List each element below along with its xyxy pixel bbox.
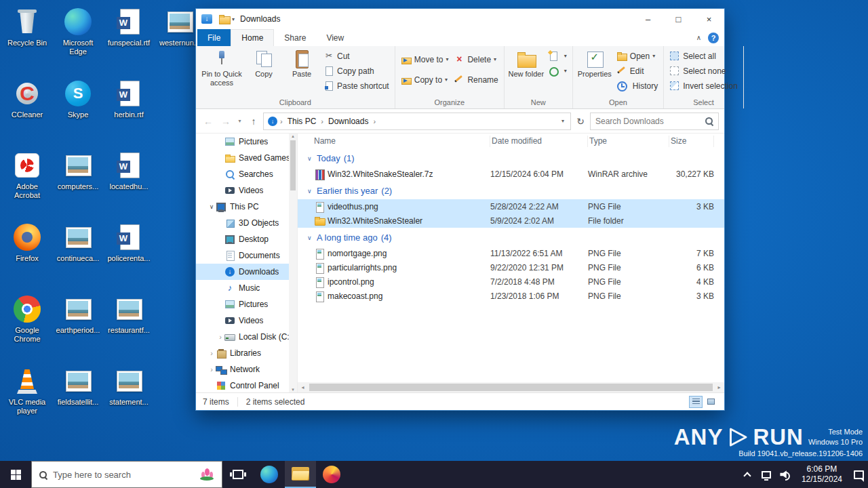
sidebar-item-3d-objects[interactable]: 3D Objects (196, 215, 289, 231)
sidebar-item-desktop[interactable]: Desktop (196, 231, 289, 247)
breadcrumb-separator[interactable]: › (373, 117, 376, 125)
refresh-button[interactable]: ↻ (572, 113, 589, 129)
nav-scrollbar[interactable]: ▴ ▾ (289, 134, 297, 392)
edit-button[interactable]: Edit (614, 64, 660, 78)
h-scroll-thumb[interactable] (309, 384, 713, 391)
title-bar[interactable]: ▾ Downloads – □ × (196, 9, 724, 29)
sidebar-item-pictures[interactable]: Pictures (196, 134, 289, 150)
file-row-particularrights-png[interactable]: particularrights.png9/22/2020 12:31 PMPN… (298, 260, 724, 274)
rename-button[interactable]: Rename (451, 73, 500, 87)
breadcrumb-downloads[interactable]: Downloads (326, 117, 370, 126)
desktop-icon-computers[interactable]: computers... (54, 150, 102, 191)
sidebar-item-pictures[interactable]: Pictures (196, 296, 289, 312)
copy-path-button[interactable]: Copy path (321, 64, 392, 78)
ribbon-collapse-icon[interactable]: ∧ (696, 34, 701, 41)
sidebar-item-searches[interactable]: Searches (196, 166, 289, 182)
horizontal-scrollbar[interactable]: ◂ ▸ (298, 382, 724, 392)
copy-button[interactable]: Copy (245, 47, 283, 98)
properties-button[interactable]: Properties (576, 47, 614, 98)
address-bar[interactable]: › This PC › Downloads › ▾ (263, 113, 571, 130)
sidebar-item-videos[interactable]: Videos (196, 312, 289, 329)
paste-shortcut-button[interactable]: Paste shortcut (321, 79, 392, 93)
thumbnails-view-button[interactable] (704, 396, 717, 408)
cut-button[interactable]: ✂Cut (321, 49, 392, 63)
group-header-earlier-this-year[interactable]: ∨Earlier this year(2) (298, 181, 724, 199)
desktop-icon-skype[interactable]: Skype (54, 79, 102, 119)
desktop-icon-recycle-bin[interactable]: Recycle Bin (3, 7, 52, 47)
sidebar-item-documents[interactable]: Documents (196, 247, 289, 264)
column-header-type[interactable]: Type (588, 136, 669, 147)
taskbar-search[interactable] (31, 461, 222, 488)
scroll-up-icon[interactable]: ▴ (292, 134, 294, 139)
tab-share[interactable]: Share (274, 29, 316, 46)
desktop-icon-continueca[interactable]: continueca... (54, 222, 102, 263)
group-header-today[interactable]: ∨Today(1) (298, 148, 724, 167)
qat-customize-arrow-icon[interactable]: ▾ (232, 16, 235, 22)
scroll-down-icon[interactable]: ▾ (292, 387, 294, 392)
minimize-button[interactable]: – (633, 9, 663, 29)
desktop-icon-fieldsatellit[interactable]: fieldsatellit... (54, 366, 102, 407)
sidebar-item-saved-games[interactable]: Saved Games (196, 150, 289, 166)
pin-to-quick-access-button[interactable]: Pin to Quick access (199, 47, 245, 98)
sidebar-item-libraries[interactable]: ›Libraries (196, 345, 289, 361)
task-view-button[interactable] (222, 461, 254, 488)
desktop-icon-vlc-media-player[interactable]: VLC media player (3, 366, 52, 415)
tab-home[interactable]: Home (231, 29, 274, 46)
invert-selection-button[interactable]: Invert selection (667, 79, 741, 93)
desktop-icon-ccleaner[interactable]: CCleaner (3, 79, 52, 119)
maximize-button[interactable]: □ (663, 9, 694, 29)
help-icon[interactable]: ? (708, 33, 719, 43)
back-button[interactable]: ← (200, 113, 216, 129)
select-none-button[interactable]: Select none (667, 64, 741, 78)
delete-button[interactable]: ×Delete▾ (451, 52, 500, 66)
desktop-icon-restaurantf[interactable]: restaurantf... (104, 294, 153, 335)
select-all-button[interactable]: Select all (667, 49, 741, 63)
scroll-right-icon[interactable]: ▸ (714, 384, 724, 390)
sidebar-item-music[interactable]: Music (196, 280, 289, 296)
close-button[interactable]: × (694, 9, 724, 29)
desktop-icon-google-chrome[interactable]: Google Chrome (3, 294, 52, 344)
breadcrumb-separator[interactable]: › (321, 117, 323, 125)
history-button[interactable]: History (614, 79, 660, 93)
action-center-button[interactable] (849, 461, 868, 488)
taskbar-app-button[interactable] (316, 461, 347, 488)
start-button[interactable] (0, 461, 31, 488)
file-row-ipcontrol-png[interactable]: ipcontrol.png7/2/2018 4:48 PMPNG File4 K… (298, 274, 724, 289)
desktop-icon-earthperiod[interactable]: earthperiod... (54, 294, 102, 335)
column-header-date-modified[interactable]: Date modified (490, 136, 588, 147)
nav-scroll-thumb[interactable] (290, 140, 296, 190)
volume-tray-button[interactable] (776, 461, 795, 488)
file-row-nomortgage-png[interactable]: nomortgage.png11/13/2022 6:51 AMPNG File… (298, 246, 724, 260)
taskbar-edge-button[interactable] (254, 461, 285, 488)
desktop-icon-funspecial-rtf[interactable]: funspecial.rtf (104, 7, 153, 47)
new-folder-button[interactable]: New folder (507, 47, 545, 98)
move-to-button[interactable]: Move to▾ (398, 52, 452, 66)
file-row-videothus-png[interactable]: videothus.png5/28/2024 2:22 AMPNG File3 … (298, 199, 724, 214)
sidebar-item-videos[interactable]: Videos (196, 182, 289, 199)
open-button[interactable]: Open▾ (614, 49, 660, 63)
taskbar-clock[interactable]: 6:06 PM 12/15/2024 (795, 464, 849, 485)
sidebar-item-local-disk-c[interactable]: ›Local Disk (C:) (196, 329, 289, 345)
sidebar-item-this-pc[interactable]: ∨This PC (196, 199, 289, 215)
scroll-left-icon[interactable]: ◂ (298, 384, 308, 390)
group-header-a-long-time-ago[interactable]: ∨A long time ago(4) (298, 228, 724, 246)
tab-file[interactable]: File (197, 29, 231, 46)
paste-button[interactable]: Paste (283, 47, 321, 98)
network-tray-button[interactable] (757, 461, 776, 488)
desktop-icon-herbin-rtf[interactable]: herbin.rtf (104, 79, 153, 119)
taskbar-search-input[interactable] (53, 470, 193, 480)
taskbar-explorer-button[interactable] (285, 461, 316, 488)
address-dropdown-arrow-icon[interactable]: ▾ (559, 118, 566, 124)
show-hidden-icons-button[interactable] (738, 461, 757, 488)
details-view-button[interactable] (689, 396, 703, 408)
sidebar-item-control-panel[interactable]: Control Panel (196, 378, 289, 392)
column-header-name[interactable]: Name (314, 136, 490, 147)
desktop-icon-firefox[interactable]: Firefox (3, 222, 52, 263)
desktop-icon-statement[interactable]: statement... (104, 366, 153, 407)
up-button[interactable]: ↑ (245, 113, 262, 129)
desktop-icon-locatedhu[interactable]: locatedhu... (104, 150, 153, 191)
new-item-button[interactable]: ▾ (545, 49, 570, 63)
desktop-icon-adobe-acrobat[interactable]: Adobe Acrobat (3, 150, 52, 200)
sidebar-item-network[interactable]: ›Network (196, 361, 289, 378)
desktop-icon-microsoft-edge[interactable]: Microsoft Edge (54, 7, 102, 56)
